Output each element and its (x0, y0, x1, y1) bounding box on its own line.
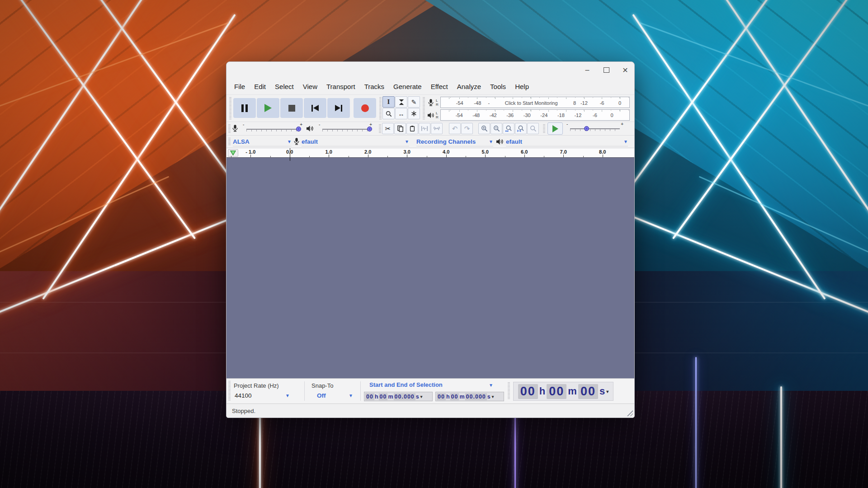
playback-meter[interactable]: L R -54-48-42-36-30-24-18-12-60 (426, 109, 630, 121)
toolbar-grip[interactable] (228, 138, 231, 145)
envelope-tool-button[interactable] (395, 96, 407, 108)
menu-item[interactable]: Help (510, 81, 533, 92)
record-button[interactable] (354, 98, 376, 118)
playback-device-select[interactable]: efault ▼ (506, 137, 628, 146)
stop-button[interactable] (280, 98, 303, 118)
maximize-button[interactable] (600, 64, 613, 76)
project-rate-value: 44100 (235, 392, 252, 399)
menu-item[interactable]: Effect (426, 81, 453, 92)
menu-item[interactable]: File (230, 81, 250, 92)
toolbar-grip[interactable] (543, 124, 545, 133)
play-speed-slider[interactable]: - + (570, 125, 620, 132)
timeline-ruler[interactable]: - 1.00.01.02.03.04.05.06.07.08.0 (226, 148, 634, 158)
slider-thumb[interactable] (296, 127, 301, 131)
play-button[interactable] (257, 98, 279, 118)
playhead-cursor[interactable] (290, 148, 291, 161)
recording-meter[interactable]: L R -54 -48 - Click to Start Monitoring … (426, 96, 630, 108)
play-at-speed-button[interactable] (547, 122, 563, 135)
meter-scale-label: -12 (580, 100, 588, 106)
close-button[interactable]: ✕ (619, 64, 632, 76)
track-area (226, 158, 634, 378)
fit-project-button[interactable] (515, 123, 527, 134)
slider-plus-label: + (621, 122, 623, 127)
toolbar-grip[interactable] (379, 97, 382, 119)
toolbar-grip[interactable] (228, 381, 231, 401)
time-unit: s (487, 394, 491, 400)
draw-tool-button[interactable]: ✎ (408, 96, 420, 108)
trim-audio-button[interactable] (419, 123, 430, 134)
undo-button[interactable]: ↶ (449, 123, 461, 134)
trim-audio-icon (421, 126, 428, 131)
playback-volume-slider[interactable]: - + (322, 125, 368, 132)
recording-volume-slider[interactable]: - + (246, 125, 299, 132)
chevron-down-icon: ▾ (606, 389, 609, 394)
silence-audio-button[interactable] (431, 123, 443, 134)
audio-host-select[interactable]: ALSA ▼ (233, 137, 292, 146)
selection-tool-button[interactable]: I (382, 96, 395, 108)
chevron-down-icon: ▼ (623, 139, 628, 144)
titlebar[interactable]: – ✕ (226, 62, 634, 78)
skip-to-end-button[interactable] (327, 98, 350, 118)
toolbar-grip[interactable] (423, 97, 425, 119)
zoom-in-button[interactable] (478, 123, 490, 134)
playback-meter-scale[interactable]: -54-48-42-36-30-24-18-12-60 (440, 109, 630, 121)
play-at-speed-icon (552, 125, 558, 132)
fit-selection-icon (505, 125, 512, 132)
cut-button[interactable]: ✂ (382, 123, 394, 134)
tools-toolbar: I ✎ ↔ (382, 96, 421, 119)
chevron-down-icon: ▼ (287, 139, 292, 144)
selection-mode-dropdown[interactable]: ▼ (489, 383, 493, 388)
copy-button[interactable] (394, 123, 406, 134)
snap-to-label: Snap-To (311, 382, 333, 389)
recording-meter-scale[interactable]: -54 -48 - Click to Start Monitoring 8 -1… (440, 97, 630, 108)
audio-position-display[interactable]: 00h00m00s ▾ (513, 382, 613, 401)
toolbar-grip[interactable] (379, 124, 381, 133)
selection-end-time[interactable]: 00h00m00.000s ▾ (435, 392, 504, 401)
time-digits: 00 (437, 393, 446, 400)
resize-grip[interactable] (626, 409, 633, 416)
project-rate-select[interactable]: 44100 ▼ (235, 392, 290, 399)
redo-icon: ↷ (464, 125, 470, 132)
menu-item[interactable]: Transport (322, 81, 360, 92)
timeshift-tool-button[interactable]: ↔ (395, 108, 407, 119)
menu-item[interactable]: Tracks (360, 81, 389, 92)
recording-device-select[interactable]: efault ▼ (302, 137, 409, 146)
chevron-down-icon: ▾ (492, 394, 494, 399)
zoom-toggle-button[interactable] (527, 123, 539, 134)
toolbar-grip[interactable] (508, 382, 510, 400)
skip-to-start-button[interactable] (304, 98, 326, 118)
channel-left-label: L (436, 99, 440, 103)
menu-item[interactable]: View (298, 81, 322, 92)
multi-tool-button[interactable] (408, 108, 420, 119)
redo-button[interactable]: ↷ (461, 123, 473, 134)
pause-button[interactable] (233, 98, 256, 118)
toolbar-row-1: I ✎ ↔ L R -5 (226, 94, 634, 122)
paste-button[interactable] (406, 123, 418, 134)
menu-item[interactable]: Select (270, 81, 298, 92)
fit-selection-button[interactable] (503, 123, 514, 134)
toolbar-grip[interactable] (229, 97, 231, 119)
meter-ticks-minor (441, 110, 629, 111)
multi-tool-icon (411, 111, 417, 117)
selection-start-time[interactable]: 00h00m00.000s ▾ (364, 392, 433, 401)
minimize-button[interactable]: – (581, 64, 594, 76)
meter-scale-label: - (488, 100, 490, 106)
recording-channels-select[interactable]: Recording Channels ▼ (416, 137, 493, 146)
snap-to-select[interactable]: Off ▼ (317, 392, 353, 399)
menu-item[interactable]: Generate (389, 81, 426, 92)
minimize-icon: – (585, 66, 590, 74)
snap-to-value: Off (317, 392, 326, 399)
zoom-tool-button[interactable] (382, 108, 395, 119)
menu-item[interactable]: Edit (250, 81, 270, 92)
slider-thumb[interactable] (367, 127, 372, 131)
ruler-label: 4.0 (427, 148, 466, 157)
toolbar-grip[interactable] (228, 124, 231, 133)
pencil-icon: ✎ (411, 99, 417, 105)
slider-ticks (322, 130, 368, 131)
menu-item[interactable]: Tools (486, 81, 510, 92)
menu-item[interactable]: Analyze (453, 81, 486, 92)
slider-minus-label: - (319, 122, 320, 127)
zoom-out-button[interactable] (491, 123, 502, 134)
slider-thumb[interactable] (584, 126, 589, 131)
monitoring-hint[interactable]: Click to Start Monitoring (505, 100, 558, 106)
